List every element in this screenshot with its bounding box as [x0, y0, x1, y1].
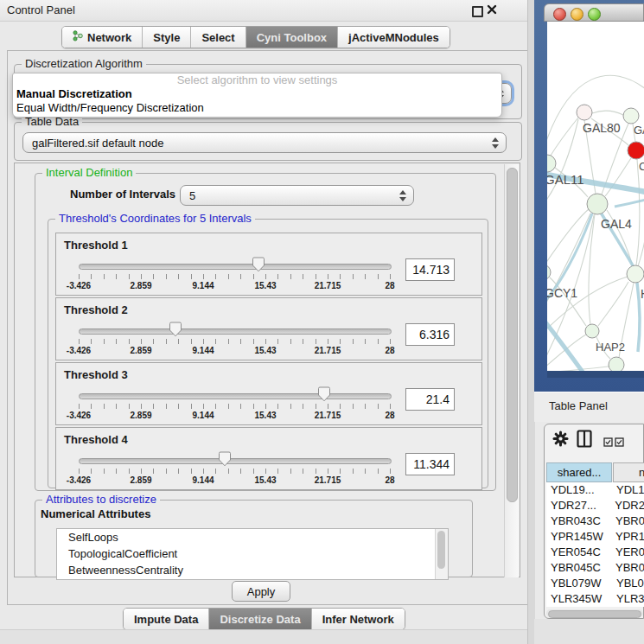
table-row[interactable]: YBR045CYBR0: [546, 560, 644, 576]
tab-jactivemnodules[interactable]: jActiveMNodules: [338, 27, 450, 48]
select-checkboxes-icon[interactable]: [603, 435, 625, 450]
slider-thumb[interactable]: [317, 386, 331, 402]
zoom-traffic-light-icon[interactable]: [588, 8, 601, 21]
minimize-traffic-light-icon[interactable]: [571, 8, 583, 21]
attribute-list-item[interactable]: SelfLoops: [57, 529, 448, 545]
table-row[interactable]: YPR145WYPR1: [546, 529, 644, 545]
network-frame-shadow: [547, 371, 644, 378]
node-gal80[interactable]: [577, 105, 592, 120]
cell-name[interactable]: YER0: [611, 545, 644, 560]
network-edge-highlighted[interactable]: [547, 319, 584, 371]
tab-cyni-toolbox[interactable]: Cyni Toolbox: [246, 27, 338, 48]
slider-track[interactable]: [79, 458, 392, 464]
table-row[interactable]: YLR345WYLR3: [546, 591, 644, 607]
cell-name[interactable]: YBR0: [611, 513, 644, 529]
column-header-name[interactable]: n: [613, 462, 644, 482]
threshold-2-value-field[interactable]: [405, 323, 455, 346]
control-panel-titlebar: [0, 0, 527, 22]
cell-name[interactable]: YBR0: [611, 560, 644, 576]
numerical-attributes-list[interactable]: SelfLoopsTopologicalCoefficientBetweenne…: [56, 528, 449, 580]
cell-name[interactable]: YDL1: [612, 482, 644, 498]
tab-infer-network[interactable]: Infer Network: [312, 609, 405, 629]
column-header-shared-name[interactable]: shared...: [546, 462, 612, 482]
settings-vertical-scrollbar[interactable]: [504, 164, 519, 577]
dropdown-option-manual[interactable]: Manual Discretization: [13, 87, 501, 101]
cell-shared-name[interactable]: YBL079W: [546, 576, 612, 591]
node-red-selected[interactable]: [628, 142, 644, 159]
tick-label: 28: [385, 346, 394, 355]
attributes-group: Attributes to discretize Numerical Attri…: [35, 500, 473, 577]
node-hap2[interactable]: [585, 324, 599, 338]
node-gal11[interactable]: [547, 155, 556, 172]
cell-shared-name[interactable]: YDR27...: [546, 498, 610, 513]
node-gal4[interactable]: [587, 194, 608, 214]
network-window-titlebar[interactable]: [544, 3, 644, 22]
tab-style[interactable]: Style: [143, 27, 191, 48]
network-edge[interactable]: [598, 282, 628, 326]
cell-name[interactable]: YPR1: [611, 529, 644, 545]
threshold-3-value-field[interactable]: [405, 388, 455, 411]
scrollbar-thumb[interactable]: [507, 168, 518, 502]
table-data-combobox[interactable]: galFiltered.sif default node: [22, 132, 507, 153]
table-row[interactable]: YDR27...YDR2: [546, 498, 644, 513]
table-row[interactable]: YBL079WYBL0: [546, 576, 644, 591]
close-traffic-light-icon[interactable]: [553, 8, 566, 21]
slider-track[interactable]: [79, 393, 392, 399]
tab-select[interactable]: Select: [191, 27, 245, 48]
node-label: GAL11: [547, 172, 584, 187]
apply-button[interactable]: Apply: [232, 581, 290, 602]
float-window-icon[interactable]: [472, 6, 483, 17]
table-horizontal-scrollbar[interactable]: [546, 609, 643, 617]
network-edge[interactable]: [550, 277, 586, 326]
node-bottom[interactable]: [609, 357, 624, 371]
threshold-2-slider[interactable]: -3.4262.8599.14415.4321.71528: [79, 321, 390, 359]
threshold-1-slider[interactable]: -3.4262.8599.14415.4321.71528: [79, 256, 390, 294]
split-columns-icon[interactable]: [577, 430, 592, 451]
threshold-4-value-field[interactable]: [405, 453, 455, 475]
cell-shared-name[interactable]: YPR145W: [546, 529, 611, 545]
number-of-intervals-combobox[interactable]: 5: [180, 185, 414, 206]
network-edge[interactable]: [589, 214, 595, 324]
attribute-list-item[interactable]: TopologicalCoefficient: [57, 545, 448, 562]
node-table-rows[interactable]: YDL19...YDL1YDR27...YDR2YBR043CYBR0YPR14…: [546, 482, 644, 607]
tab-discretize-data[interactable]: Discretize Data: [209, 609, 311, 629]
tab-impute-data[interactable]: Impute Data: [124, 609, 209, 629]
cell-shared-name[interactable]: YER054C: [546, 545, 611, 560]
threshold-1-value-field[interactable]: [405, 258, 455, 281]
cell-name[interactable]: YDR2: [610, 498, 644, 513]
node-top-right[interactable]: [623, 108, 639, 124]
node-h[interactable]: [627, 265, 644, 283]
numerical-attributes-label: Numerical Attributes: [41, 507, 150, 520]
cell-name[interactable]: YLR3: [612, 591, 644, 607]
cell-shared-name[interactable]: YLR345W: [546, 591, 612, 607]
slider-thumb[interactable]: [218, 451, 232, 467]
slider-track[interactable]: [79, 328, 392, 335]
scrollbar-thumb[interactable]: [548, 610, 641, 618]
network-edge[interactable]: [592, 111, 623, 115]
slider-thumb[interactable]: [252, 257, 265, 272]
network-edge[interactable]: [636, 159, 640, 265]
slider-track[interactable]: [79, 264, 392, 270]
cell-shared-name[interactable]: YBR045C: [546, 560, 611, 576]
tab-network[interactable]: Network: [62, 27, 143, 48]
threshold-2-label: Threshold 2: [64, 303, 128, 316]
network-edge-highlighted[interactable]: [637, 283, 640, 352]
cell-shared-name[interactable]: YBR043C: [546, 513, 611, 529]
network-edge[interactable]: [547, 277, 628, 333]
attribute-list-item[interactable]: BetweennessCentrality: [57, 562, 448, 578]
close-panel-icon[interactable]: [486, 3, 498, 16]
network-view-canvas[interactable]: GAL80GACGAL11GAL4GCY1HHAP2: [547, 22, 644, 371]
dropdown-option-equal-width[interactable]: Equal Width/Frequency Discretization: [13, 101, 501, 115]
attributes-list-scrollbar[interactable]: [435, 529, 448, 579]
table-settings-gear-icon[interactable]: [552, 430, 569, 450]
table-row[interactable]: YDL19...YDL1: [546, 482, 644, 498]
network-graph[interactable]: GAL80GACGAL11GAL4GCY1HHAP2: [547, 22, 644, 371]
threshold-3-slider[interactable]: -3.4262.8599.14415.4321.71528: [79, 386, 390, 424]
table-row[interactable]: YBR043CYBR0: [546, 513, 644, 529]
cell-shared-name[interactable]: YDL19...: [546, 482, 612, 498]
scrollbar-thumb[interactable]: [437, 531, 445, 569]
cell-name[interactable]: YBL0: [612, 576, 644, 591]
table-row[interactable]: YER054CYER0: [546, 545, 644, 560]
threshold-4-slider[interactable]: -3.4262.8599.14415.4321.71528: [79, 450, 390, 488]
slider-thumb[interactable]: [169, 322, 182, 337]
